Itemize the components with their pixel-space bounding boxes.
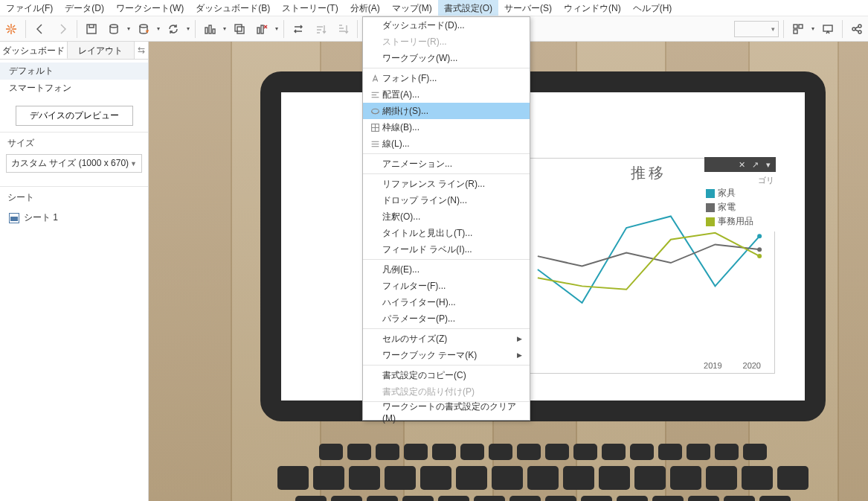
menu-書式設定[interactable]: 書式設定(O) [438, 0, 498, 16]
legend-item[interactable]: 家具 [706, 186, 774, 200]
menu-item-label: パラメーター(P)... [382, 313, 522, 325]
menu-item[interactable]: パラメーター(P)... [363, 310, 530, 327]
menu-item[interactable]: 網掛け(S)... [363, 103, 530, 119]
svg-point-16 [858, 31, 861, 33]
menu-item-label: アニメーション... [382, 158, 522, 170]
x-axis-labels: 20192020 [523, 361, 774, 370]
share-button[interactable] [846, 18, 868, 40]
size-selector[interactable]: カスタム サイズ (1000 x 670) ▼ [6, 154, 142, 173]
menu-item-label: 注釈(O)... [382, 211, 522, 223]
device-preview-button[interactable]: デバイスのプレビュー [16, 106, 133, 126]
menu-ウィンドウ[interactable]: ウィンドウ(N) [558, 0, 627, 16]
border-icon [367, 123, 382, 133]
dropdown-arrow-icon[interactable]: ▾ [125, 25, 132, 32]
tab-layout[interactable]: レイアウト [68, 42, 135, 59]
duplicate-button[interactable] [228, 18, 251, 40]
sheet-item[interactable]: シート 1 [0, 208, 148, 227]
dropdown-arrow-icon[interactable]: ▾ [221, 25, 228, 32]
dropdown-arrow-icon[interactable]: ▾ [809, 25, 817, 32]
forward-button[interactable] [51, 18, 74, 40]
menu-item[interactable]: ダッシュボード(D)... [363, 17, 530, 33]
menu-item[interactable]: ワークブック テーマ(K)▶ [363, 347, 530, 363]
refresh-data-button[interactable] [132, 18, 155, 40]
menu-item[interactable]: ワークブック(W)... [363, 50, 530, 66]
auto-update-button[interactable] [162, 18, 184, 40]
menu-item[interactable]: ドロップ ライン(N)... [363, 192, 530, 208]
menu-item-label: ドロップ ライン(N)... [382, 194, 522, 207]
legend-item[interactable]: 事務用品 [706, 214, 774, 229]
svg-rect-3 [205, 28, 208, 33]
menu-item-label: フィールド ラベル(I)... [382, 243, 522, 256]
svg-rect-5 [213, 29, 215, 33]
device-default[interactable]: デフォルト [0, 63, 148, 80]
x-tick-label: 2019 [704, 361, 721, 370]
svg-point-17 [757, 234, 762, 238]
new-worksheet-button[interactable] [199, 18, 221, 40]
new-data-button[interactable] [103, 18, 125, 40]
menu-item-label: 書式設定の貼り付け(P) [382, 386, 522, 398]
menu-item[interactable]: 凡例(E)... [363, 261, 530, 278]
menu-item[interactable]: セルのサイズ(Z)▶ [363, 331, 530, 347]
svg-point-2 [140, 25, 147, 28]
svg-rect-12 [794, 30, 797, 33]
collapse-sidebar-button[interactable]: ⇆ [135, 42, 148, 59]
menu-item[interactable]: 枠線(B)... [363, 119, 530, 135]
menu-item-label: 網掛け(S)... [382, 105, 522, 118]
laptop-screen: 推移 20192020 ✕ ↗ ▾ ゴリ家具家電事務用品 [260, 71, 826, 421]
presentation-button[interactable] [817, 18, 839, 40]
menu-ストーリー[interactable]: ストーリー(T) [276, 0, 344, 16]
menu-ダッシュボード[interactable]: ダッシュボード(B) [190, 0, 276, 16]
chart-card[interactable]: 推移 20192020 ✕ ↗ ▾ ゴリ家具家電事務用品 [522, 158, 775, 374]
menu-item[interactable]: 配置(A)... [363, 86, 530, 103]
fit-selector[interactable]: ▾ [734, 21, 779, 37]
back-button[interactable] [29, 18, 51, 40]
svg-rect-9 [261, 25, 263, 33]
menu-item[interactable]: タイトルと見出し(T)... [363, 225, 530, 241]
device-smartphone[interactable]: スマートフォン [0, 80, 148, 97]
laptop-keyboard [238, 444, 848, 501]
dropdown-arrow-icon[interactable]: ▾ [155, 25, 162, 32]
menu-item-label: リファレンス ライン(R)... [382, 178, 522, 191]
show-me-button[interactable] [787, 18, 809, 40]
save-button[interactable] [80, 18, 103, 40]
menu-item[interactable]: 線(L)... [363, 135, 530, 152]
menu-item[interactable]: フィールド ラベル(I)... [363, 241, 530, 258]
svg-rect-8 [257, 28, 260, 33]
tab-dashboard[interactable]: ダッシュボード [0, 42, 68, 59]
menu-サーバー[interactable]: サーバー(S) [498, 0, 558, 16]
menu-arrow-icon[interactable]: ▾ [762, 159, 774, 170]
swap-button[interactable] [287, 18, 309, 40]
menu-データ[interactable]: データ(D) [59, 0, 110, 16]
menu-item[interactable]: フィルター(F)... [363, 278, 530, 294]
sort-desc-button[interactable] [332, 18, 354, 40]
menu-item[interactable]: ハイライター(H)... [363, 294, 530, 310]
menu-item[interactable]: 注釈(O)... [363, 208, 530, 225]
menu-マップ[interactable]: マップ(M) [386, 0, 438, 16]
dropdown-arrow-icon[interactable]: ▾ [273, 25, 280, 32]
sheets-header: シート [0, 186, 148, 205]
menu-item[interactable]: 書式設定のコピー(C) [363, 367, 530, 383]
menu-item[interactable]: ワークシートの書式設定のクリア(M) [363, 403, 530, 420]
menu-item[interactable]: フォント(F)... [363, 70, 530, 86]
tableau-logo[interactable] [0, 18, 22, 40]
menu-分析[interactable]: 分析(A) [344, 0, 386, 16]
menu-ヘルプ[interactable]: ヘルプ(H) [627, 0, 678, 16]
x-tick-label: 2020 [743, 361, 761, 370]
menu-item[interactable]: アニメーション... [363, 156, 530, 172]
close-icon[interactable]: ✕ [736, 159, 748, 170]
svg-rect-4 [209, 25, 211, 33]
svg-rect-6 [235, 25, 242, 31]
menu-item[interactable]: リファレンス ライン(R)... [363, 176, 530, 192]
menu-item-label: フィルター(F)... [382, 280, 522, 293]
legend-item[interactable]: 家電 [706, 200, 774, 214]
external-icon[interactable]: ↗ [749, 159, 761, 170]
sort-asc-button[interactable] [309, 18, 332, 40]
menu-item-label: タイトルと見出し(T)... [382, 227, 522, 240]
legend-panel[interactable]: ✕ ↗ ▾ ゴリ家具家電事務用品 [704, 157, 776, 232]
clear-button[interactable] [251, 18, 273, 40]
dropdown-arrow-icon[interactable]: ▾ [184, 25, 192, 32]
menu-ワークシート[interactable]: ワークシート(W) [110, 0, 190, 16]
submenu-arrow-icon: ▶ [517, 335, 522, 342]
menu-item-label: ハイライター(H)... [382, 296, 522, 309]
menu-ファイル[interactable]: ファイル(F) [0, 0, 59, 16]
